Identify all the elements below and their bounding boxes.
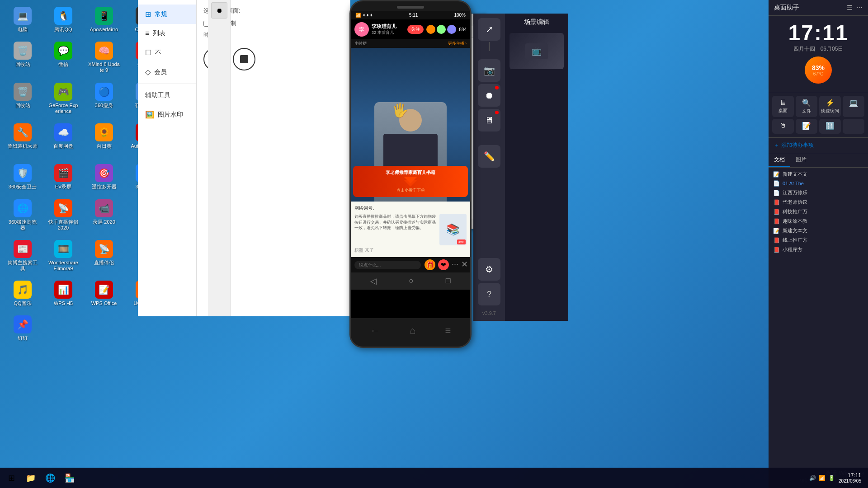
taskbar-app-2[interactable]: 🌐 xyxy=(41,469,59,487)
desktop-icon-geforce[interactable]: 🎮 GeForce Experience xyxy=(45,80,81,117)
quick-manage[interactable]: 🖱 xyxy=(772,119,794,134)
doc-item-new1[interactable]: 📝 新建文本文 xyxy=(770,169,866,179)
doc-name-jiangxi: 江西万修乐 xyxy=(783,189,807,196)
desktop-icon-computer[interactable]: 💻 电脑 xyxy=(5,5,41,35)
taskbar-app-3[interactable]: 🏪 xyxy=(61,469,79,487)
weather-container: 83% 67°C xyxy=(773,56,863,84)
panel-item-list[interactable]: ≡ 列表 xyxy=(138,24,196,43)
doc-item-pdf1[interactable]: 📕 华老师协议 xyxy=(770,197,866,207)
phone-menu-btn[interactable]: ≡ xyxy=(445,325,451,337)
quick-desktop[interactable]: 🖥 桌面 xyxy=(772,96,794,117)
tray-icon-2[interactable]: 📶 xyxy=(819,475,826,481)
nav-back-icon[interactable]: ◁ xyxy=(370,276,377,286)
record-video-button[interactable]: ⏺ xyxy=(478,84,500,107)
doc-item-pdf2[interactable]: 📕 科技推广万 xyxy=(770,207,866,216)
close-icon[interactable]: ✕ xyxy=(461,259,468,270)
assistant-menu-icon[interactable]: ☰ xyxy=(847,4,853,11)
doc-item-pdf3[interactable]: 📕 趣味涂本教 xyxy=(770,216,866,226)
icon-label-360bloat: 360瘦身 xyxy=(95,103,113,108)
camera-button[interactable]: 📷 xyxy=(478,59,500,82)
desktop-icon-dingtalk[interactable]: 📌 钉钉 xyxy=(5,313,41,343)
panel-item-no[interactable]: ☐ 不 xyxy=(138,43,196,62)
desktop-icon-wechat[interactable]: 💬 微信 xyxy=(45,39,81,75)
doc-icon-pdf1: 📕 xyxy=(773,199,780,206)
taskbar-right: 🔊 📶 🔋 17:11 2021/06/05 xyxy=(809,472,866,483)
phone-back-btn[interactable]: ← xyxy=(370,325,380,337)
heart-icon[interactable]: ❤ xyxy=(438,259,449,270)
toolbar-btn-record-screen[interactable]: ⏺ xyxy=(211,2,227,19)
desktop-icon-recycle[interactable]: 🗑️ 回收站 xyxy=(5,39,41,75)
assistant-title: 桌面助手 xyxy=(774,4,799,12)
comment-input[interactable] xyxy=(354,261,421,269)
expand-button[interactable]: ⤢ xyxy=(478,18,500,41)
nav-home-icon[interactable]: ○ xyxy=(409,276,414,286)
todo-add-button[interactable]: ＋ 添加待办事项 xyxy=(774,141,863,149)
desktop-icon-ev[interactable]: 🎬 EV录屏 xyxy=(45,162,81,192)
desktop-icon-qqmusic[interactable]: 🎵 QQ音乐 xyxy=(5,278,41,309)
quick-calc[interactable]: 🔢 xyxy=(819,119,841,134)
viewer-avatars xyxy=(426,25,456,34)
tab-image[interactable]: 图片 xyxy=(790,153,812,167)
desktop-icon-weibo[interactable]: 📰 简博主搜索工具 xyxy=(5,238,41,274)
tray-icon-3[interactable]: 🔋 xyxy=(828,475,835,481)
desktop-icon-recycle2[interactable]: 🗑️ 回收站 xyxy=(5,80,41,117)
nav-square-icon[interactable]: □ xyxy=(446,276,451,286)
taskbar-app-1[interactable]: 📁 xyxy=(22,469,40,487)
quick-lightning[interactable]: ⚡ 快速访问 xyxy=(819,96,841,117)
manage-icon: 🖱 xyxy=(774,122,792,130)
follow-button[interactable]: 关注 xyxy=(407,25,424,34)
desktop-icon-xiangri[interactable]: 🌻 向日葵 xyxy=(86,121,122,157)
desktop-icon-wps-h5[interactable]: 📊 WPS H5 xyxy=(45,278,81,309)
desktop-icon-luban[interactable]: 🔧 鲁班装机大师 xyxy=(5,121,41,157)
more-options-icon[interactable]: ··· xyxy=(452,259,458,270)
desktop-icon-xmind[interactable]: 🧠 XMind 8 Update 9 xyxy=(86,39,122,75)
panel-item-image-watermark[interactable]: 🖼️ 图片水印 xyxy=(138,105,196,124)
desktop-icon-lubing[interactable]: 📹 录屏 2020 xyxy=(86,197,122,233)
quick-screen2[interactable]: 💻 xyxy=(843,96,864,117)
doc-item-pdf5[interactable]: 📕 小程序方 xyxy=(770,245,866,254)
desktop-icon-apowermirror[interactable]: 📱 ApowerMirro xyxy=(86,5,122,35)
panel-item-normal[interactable]: ⊞ 常规 xyxy=(138,5,196,24)
phone-home-btn[interactable]: ⌂ xyxy=(410,325,415,337)
settings-button[interactable]: ⚙ xyxy=(478,258,500,281)
panel-item-member[interactable]: ◇ 会员 xyxy=(138,62,196,82)
scene-editor: 场景编辑 📺 xyxy=(505,14,568,321)
record-dot xyxy=(495,86,499,89)
doc-name-new2: 新建文本文 xyxy=(783,227,807,234)
doc-section: 文档 图片 📝 新建文本文 📄 01 At The 📄 江西万修乐 📕 xyxy=(769,153,868,466)
start-button[interactable]: ⊞ xyxy=(2,469,20,487)
panel-item-helper[interactable]: 辅助工具 xyxy=(138,86,196,105)
quick-search[interactable]: 🔍 文件 xyxy=(796,96,817,117)
desktop-icon-qq[interactable]: 🐧 腾讯QQ xyxy=(45,5,81,35)
version-text: v3.9.7 xyxy=(480,308,499,319)
pen-button[interactable]: ✏️ xyxy=(478,145,500,168)
desktop: 💻 电脑 🐧 腾讯QQ 📱 ApowerMirro 🎥 OBS Stu 🗑️ 回… xyxy=(0,0,868,488)
doc-item-at-the[interactable]: 📄 01 At The xyxy=(770,179,866,188)
desktop-icon-yuanjin[interactable]: 🎯 遥控多开器 xyxy=(86,162,122,192)
live-banner: 李老师推荐家庭育儿书籍 点击小黄车下单 xyxy=(353,166,468,197)
desktop-icon-baiduyun[interactable]: ☁️ 百度网盘 xyxy=(45,121,81,157)
tab-doc[interactable]: 文档 xyxy=(769,153,790,167)
desktop-icon-wps-office[interactable]: 📝 WPS Office xyxy=(86,278,122,309)
desktop-icon-360bloat[interactable]: 🔵 360瘦身 xyxy=(86,80,122,117)
desktop-icon-360browser[interactable]: 🌐 360极速浏览器 xyxy=(5,197,41,233)
doc-item-jiangxi[interactable]: 📄 江西万修乐 xyxy=(770,188,866,197)
desktop-icon-wondershare[interactable]: 🎞️ Wondershare Filmora9 xyxy=(45,238,81,274)
desktop-icon-360safe[interactable]: 🛡️ 360安全卫士 xyxy=(5,162,41,192)
scene-preview[interactable]: 📺 xyxy=(509,33,564,69)
doc-item-pdf4[interactable]: 📕 线上推广方 xyxy=(770,235,866,245)
time-rank-label: 小时榜 xyxy=(354,41,367,47)
screen-button[interactable]: 🖥 xyxy=(478,109,500,131)
gift-icon[interactable]: 🎁 xyxy=(425,259,435,270)
quick-memo[interactable]: 📝 xyxy=(796,119,817,134)
desktop-icon-zhibo[interactable]: 📡 直播伴侣 xyxy=(86,238,122,274)
assistant-more-icon[interactable]: ⋯ xyxy=(856,4,863,11)
help-button[interactable]: ? xyxy=(478,283,500,305)
screen-dot xyxy=(495,111,499,114)
tray-icon-1[interactable]: 🔊 xyxy=(809,475,816,481)
doc-item-new2[interactable]: 📝 新建文本文 xyxy=(770,226,866,235)
stop-button[interactable] xyxy=(233,48,255,70)
taskbar: ⊞ 📁 🌐 🏪 🔊 📶 🔋 17:11 2021/06/05 xyxy=(0,468,868,488)
settings-icon: ⚙ xyxy=(485,264,493,275)
desktop-icon-kuaishou[interactable]: 📡 快手直播伴侣 2020 xyxy=(45,197,81,233)
